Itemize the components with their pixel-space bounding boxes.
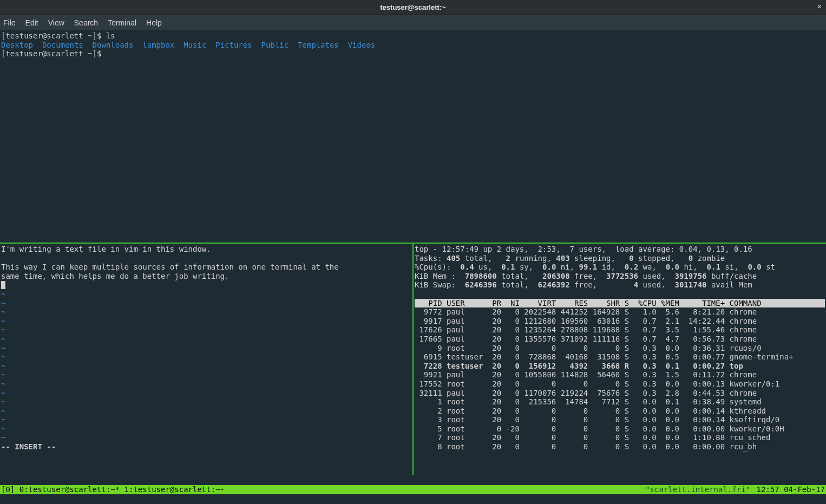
top-process-row: 6915 testuser 20 0 728868 40168 31508 S … <box>415 352 825 362</box>
top-process-row: 3 root 20 0 0 0 0 S 0.0 0.0 0:00.14 ksof… <box>415 415 825 424</box>
top-process-row: 1 root 20 0 215356 14784 7712 S 0.0 0.1 … <box>415 397 825 407</box>
tmux-windows[interactable]: [0] 0:testuser@scarlett:~* 1:testuser@sc… <box>1 485 225 494</box>
top-process-row: 32111 paul 20 0 1170076 219224 75676 S 0… <box>415 389 825 398</box>
shell-prompt-1: [testuser@scarlett ~]$ <box>1 31 106 40</box>
vim-tilde: ~ <box>1 317 5 325</box>
top-process-row: 7 root 20 0 0 0 0 S 0.0 0.0 1:10.88 rcu_… <box>415 433 825 442</box>
menu-help[interactable]: Help <box>146 18 162 27</box>
ls-item: Videos <box>348 41 376 49</box>
ls-item: Downloads <box>93 41 134 49</box>
vim-tilde: ~ <box>1 370 5 379</box>
top-process-row: 7228 testuser 20 0 156912 4392 3668 R 0.… <box>415 362 825 371</box>
vim-tilde: ~ <box>1 407 5 415</box>
vim-tilde: ~ <box>1 389 5 397</box>
top-process-row: 9921 paul 20 0 1055800 114828 56460 S 0.… <box>415 370 825 379</box>
tmux-clock: 12:57 04-Feb-17 <box>752 485 825 494</box>
top-process-row: 17552 root 20 0 0 0 0 S 0.3 0.0 0:00.13 … <box>415 379 825 389</box>
vim-tilde: ~ <box>1 325 5 334</box>
pane-vim[interactable]: I'm writing a text file in vim in this w… <box>0 244 412 475</box>
ls-item: Documents <box>42 41 83 49</box>
vim-tilde: ~ <box>1 424 5 433</box>
ls-item: Templates <box>298 41 339 49</box>
top-process-row: 17626 paul 20 0 1235264 278808 119688 S … <box>415 325 825 335</box>
tmux-hostname: "scarlett.internal.fri" <box>645 485 750 494</box>
shell-prompt-2: [testuser@scarlett ~]$ <box>1 49 106 58</box>
menu-view[interactable]: View <box>48 18 64 27</box>
vim-tilde: ~ <box>1 397 5 406</box>
tmux-statusbar[interactable]: [0] 0:testuser@scarlett:~* 1:testuser@sc… <box>0 485 826 494</box>
window-title: testuser@scarlett:~ <box>380 3 445 11</box>
menu-terminal[interactable]: Terminal <box>108 18 136 27</box>
vim-tilde: ~ <box>1 433 5 442</box>
top-process-row: 9772 paul 20 0 2022548 441252 164928 S 1… <box>415 307 825 317</box>
top-process-row: 9917 paul 20 0 1212680 169560 63016 S 0.… <box>415 317 825 326</box>
menu-file[interactable]: File <box>3 18 16 27</box>
vim-tilde: ~ <box>1 344 5 352</box>
pane-top-process[interactable]: top - 12:57:49 up 2 days, 2:53, 7 users,… <box>414 244 826 475</box>
menu-edit[interactable]: Edit <box>25 18 38 27</box>
vim-text-line: I'm writing a text file in vim in this w… <box>1 245 211 253</box>
terminal-area[interactable]: [testuser@scarlett ~]$ ls Desktop Docume… <box>0 30 826 485</box>
vim-mode-line: -- INSERT -- <box>1 442 56 451</box>
vim-tilde: ~ <box>1 335 5 343</box>
top-column-header: PID USER PR NI VIRT RES SHR S %CPU %MEM … <box>415 299 825 308</box>
top-swap-line: KiB Swap: 6246396 total, 6246392 free, 4… <box>415 280 757 289</box>
ls-item: Desktop <box>1 41 33 49</box>
menu-search[interactable]: Search <box>74 18 98 27</box>
top-process-row: 17665 paul 20 0 1355576 371092 111116 S … <box>415 335 825 344</box>
top-tasks-line: Tasks: 405 total, 2 running, 403 sleepin… <box>415 254 725 263</box>
vim-text-line: This way I can keep multiple sources of … <box>1 263 339 271</box>
top-process-list: 9772 paul 20 0 2022548 441252 164928 S 1… <box>415 307 825 451</box>
shell-cmd-ls: ls <box>106 31 115 40</box>
top-process-row: 2 root 20 0 0 0 0 S 0.0 0.0 0:00.14 kthr… <box>415 407 825 416</box>
top-process-row: 9 root 20 0 0 0 0 S 0.3 0.0 0:36.31 rcuo… <box>415 344 825 353</box>
vim-cursor <box>1 281 5 289</box>
ls-item: lampbox <box>142 41 174 49</box>
top-cpu-line: %Cpu(s): 0.4 us, 0.1 sy, 0.0 ni, 99.1 id… <box>415 263 775 271</box>
top-process-row: 5 root 0 -20 0 0 0 S 0.0 0.0 0:00.00 kwo… <box>415 424 825 434</box>
vim-text-line: same time, which helps me do a better jo… <box>1 272 229 280</box>
vim-tilde: ~ <box>1 307 5 316</box>
ls-item: Music <box>183 41 206 49</box>
pane-shell[interactable]: [testuser@scarlett ~]$ ls Desktop Docume… <box>0 30 826 243</box>
ls-item: Public <box>261 41 289 49</box>
vim-tilde: ~ <box>1 352 5 361</box>
close-icon[interactable]: × <box>817 2 822 11</box>
vim-tilde: ~ <box>1 290 5 298</box>
vim-tilde: ~ <box>1 379 5 388</box>
vim-tilde: ~ <box>1 299 5 307</box>
vim-tilde: ~ <box>1 362 5 370</box>
top-process-row: 8 root 20 0 0 0 0 S 0.0 0.0 0:00.00 rcu_… <box>415 442 825 451</box>
top-mem-line: KiB Mem : 7898600 total, 206308 free, 37… <box>415 272 757 280</box>
vim-tilde: ~ <box>1 415 5 424</box>
top-summary-line: top - 12:57:49 up 2 days, 2:53, 7 users,… <box>415 245 752 253</box>
menubar: File Edit View Search Terminal Help <box>0 15 826 30</box>
window-titlebar: testuser@scarlett:~ × <box>0 0 826 15</box>
ls-item: Pictures <box>215 41 252 49</box>
